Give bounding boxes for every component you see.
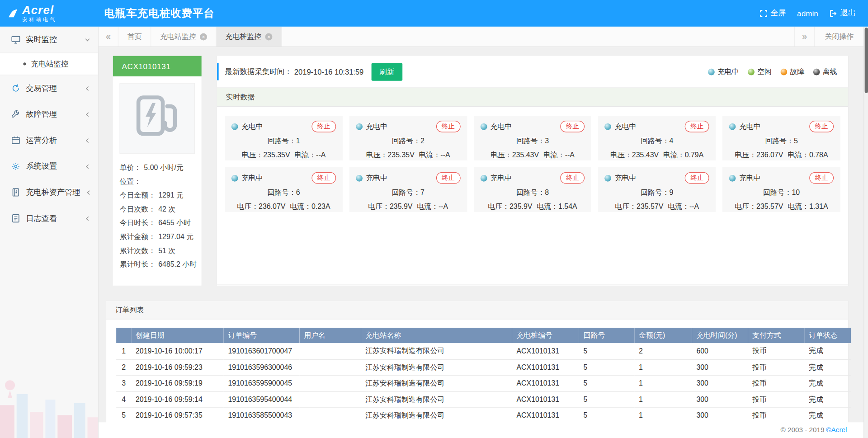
sidebar-item-faults[interactable]: 故障管理 <box>0 101 98 127</box>
sidebar-item-analytics[interactable]: 运营分析 <box>0 127 98 154</box>
circuit-status-label: 充电中 <box>241 173 263 183</box>
vertical-scrollbar[interactable] <box>863 27 868 438</box>
tabs-scroll-left-button[interactable]: « <box>99 27 118 47</box>
close-operations-button[interactable]: 关闭操作 <box>814 27 863 47</box>
stop-button[interactable]: 终止 <box>685 172 709 184</box>
legend-label: 故障 <box>790 67 804 77</box>
order-cell-number: 1910163601700047 <box>224 343 300 359</box>
status-legend: 充电中 空闲 故障 离线 <box>708 67 837 77</box>
realtime-data-box: 实时数据 充电中 终止 回路号：1 <box>217 87 848 285</box>
device-stat: 累计时长：6485.2 小时 <box>119 257 195 271</box>
stop-button[interactable]: 终止 <box>311 121 336 132</box>
sidebar-item-transactions[interactable]: 交易管理 <box>0 75 98 102</box>
logout-button[interactable]: 退出 <box>829 8 856 18</box>
stat-label: 单价： <box>119 163 141 171</box>
order-column-header: 订单状态 <box>804 328 851 343</box>
sidebar-subitem-station-monitor[interactable]: 充电站监控 <box>0 52 98 75</box>
circuit-card-top: 充电中 终止 <box>480 172 585 184</box>
order-cell-user <box>299 391 361 408</box>
circuit-number-value: 3 <box>545 137 549 145</box>
close-tab-icon[interactable]: × <box>200 33 207 40</box>
tab-home[interactable]: 首页 <box>118 27 151 47</box>
stop-button[interactable]: 终止 <box>561 172 585 184</box>
legend-label: 离线 <box>823 67 837 77</box>
order-cell-user <box>299 407 361 424</box>
sidebar-item-pile-assets[interactable]: 充电桩资产管理 <box>0 179 98 206</box>
circuit-number-label: 回路号： <box>516 188 545 196</box>
order-cell-circuit: 5 <box>579 359 634 376</box>
footer: © 2003 - 2019 ©Acrel <box>99 422 863 438</box>
circuit-number-value: 2 <box>420 137 425 145</box>
device-id-header: ACX1010131 <box>113 56 202 76</box>
stop-button[interactable]: 终止 <box>809 172 834 184</box>
circuit-status-label: 充电中 <box>366 122 387 132</box>
device-stat: 单价：5.00 小时/元 <box>119 160 195 174</box>
footer-brand-link[interactable]: ©Acrel <box>826 426 847 434</box>
order-cell-station: 江苏安科瑞制造有限公司 <box>361 343 512 359</box>
order-cell-pile: ACX1010131 <box>512 375 579 391</box>
order-row: 5 2019-10-16 09:57:35 1910163585500043 江… <box>116 407 851 424</box>
circuit-grid: 充电中 终止 回路号：1 电压：235.35V电流：--A <box>217 107 848 285</box>
fault-dot-icon <box>781 69 788 75</box>
current-label: 电流： <box>663 151 685 159</box>
circuit-number-label: 回路号： <box>267 137 296 145</box>
device-stat: 累计金额：1297.04 元 <box>119 230 195 244</box>
close-tab-icon[interactable]: × <box>265 33 273 40</box>
circuit-number-value: 4 <box>670 137 674 145</box>
order-cell-number: 1910163585500043 <box>224 407 300 424</box>
refresh-button[interactable]: 刷新 <box>371 63 402 81</box>
tabs-scroll-right-button[interactable]: » <box>794 27 814 47</box>
current-value: --A <box>689 202 699 210</box>
circuit-card-top: 充电中 终止 <box>480 121 585 132</box>
stop-button[interactable]: 终止 <box>436 121 460 132</box>
order-row: 2 2019-10-16 09:59:23 1910163596300046 江… <box>116 359 851 376</box>
sidebar-item-logs[interactable]: 日志查看 <box>0 205 98 231</box>
current-value: 1.54A <box>558 202 577 210</box>
tab-station-monitor[interactable]: 充电站监控 × <box>151 27 216 47</box>
sidebar-item-label: 交易管理 <box>26 83 57 93</box>
charging-status-dot-icon <box>605 174 612 181</box>
order-cell-status: 完成 <box>804 391 851 408</box>
device-stat: 位置： <box>119 174 195 188</box>
username-label: admin <box>797 9 818 18</box>
voltage-value: 235.43V <box>632 151 659 159</box>
voltage-value: 236.07V <box>259 202 285 210</box>
brand-logo: Acrel 安科瑞电气 <box>0 4 99 23</box>
scrollbar-thumb[interactable] <box>865 28 868 93</box>
stop-button[interactable]: 终止 <box>311 172 336 184</box>
order-table-wrapper: 创建日期 订单编号 用户名 充电站名称 充电桩编号 回路号 <box>106 320 848 438</box>
app-root: Acrel 安科瑞电气 电瓶车充电桩收费平台 全屏 admin 退出 <box>0 0 868 438</box>
stop-button[interactable]: 终止 <box>809 121 834 132</box>
stop-button[interactable]: 终止 <box>436 172 460 184</box>
stop-button[interactable]: 终止 <box>685 121 709 132</box>
stop-button[interactable]: 终止 <box>561 121 585 132</box>
order-table-body: 1 2019-10-16 10:00:17 1910163601700047 江… <box>116 343 851 424</box>
current-label: 电流： <box>788 202 809 210</box>
current-value: --A <box>565 151 575 159</box>
monitor-row: ACX1010131 单价：5.00 小时/元 <box>106 55 849 286</box>
order-cell-duration: 300 <box>692 359 748 376</box>
current-label: 电流： <box>537 202 558 210</box>
circuit-card: 充电中 终止 回路号：5 电压：236.07V电流：0.78A <box>722 116 840 160</box>
voltage-label: 电压： <box>488 202 509 210</box>
order-column-header: 用户名 <box>299 328 361 343</box>
current-label: 电流： <box>417 202 439 210</box>
sidebar-item-realtime-monitor[interactable]: 实时监控 <box>0 27 98 53</box>
user-menu[interactable]: admin <box>797 9 818 18</box>
idle-dot-icon <box>748 69 755 75</box>
current-label: 电流： <box>788 151 809 159</box>
sidebar-item-settings[interactable]: 系统设置 <box>0 153 98 179</box>
fullscreen-button[interactable]: 全屏 <box>760 8 786 18</box>
current-value: 0.23A <box>311 202 330 210</box>
stat-label: 今日次数： <box>119 205 156 213</box>
circuit-card: 充电中 终止 回路号：6 电压：236.07V电流：0.23A <box>225 167 343 212</box>
fullscreen-label: 全屏 <box>770 8 786 18</box>
charging-status-dot-icon <box>231 123 238 130</box>
tab-pile-monitor[interactable]: 充电桩监控 × <box>217 27 282 47</box>
order-cell-pile: ACX1010131 <box>512 359 579 376</box>
circuit-card-top: 充电中 终止 <box>605 172 709 184</box>
charging-status-dot-icon <box>356 123 363 130</box>
order-cell-created: 2019-10-16 09:59:19 <box>131 375 223 391</box>
tab-bar: « 首页 充电站监控 × 充电桩监控 × » 关闭操作 <box>99 27 863 47</box>
brand-text: Acrel 安科瑞电气 <box>22 4 57 23</box>
